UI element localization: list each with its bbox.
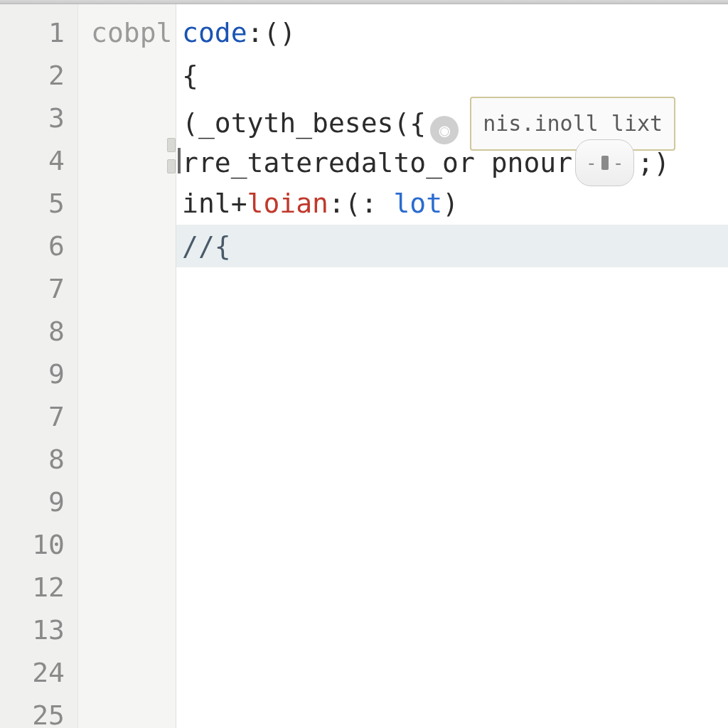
code-line[interactable]: rre_tateredalto_or pnour--;): [182, 139, 728, 182]
line-number: 13: [0, 609, 65, 651]
token-identifier: inl: [182, 188, 231, 219]
token-punct: ;): [637, 147, 670, 178]
line-number: 8: [0, 438, 65, 481]
cursor-marker-icon: [178, 148, 181, 173]
token-keyword: lot: [393, 188, 442, 219]
code-line[interactable]: [182, 353, 728, 395]
code-line[interactable]: [182, 694, 728, 728]
fold-widget-open-icon[interactable]: [167, 138, 176, 152]
token-punct: (): [263, 17, 296, 48]
token-punct: (: [182, 107, 198, 139]
token-error: loian: [247, 188, 328, 219]
line-number: 9: [0, 481, 65, 523]
pill-grip-icon: [601, 156, 609, 170]
line-number: 1: [0, 11, 65, 54]
token-operator: +: [231, 188, 247, 219]
line-label: cobpl: [91, 11, 176, 54]
code-line[interactable]: [182, 523, 728, 566]
param-pill[interactable]: --: [575, 139, 634, 186]
code-line-current[interactable]: //{: [176, 225, 728, 267]
line-number: 25: [0, 694, 65, 728]
token-punct: (: [345, 188, 361, 219]
code-line[interactable]: [182, 395, 728, 438]
code-area[interactable]: code:() { (_otyth_beses({◉nis.inoll lixt…: [176, 4, 728, 728]
code-line[interactable]: [182, 609, 728, 651]
code-line[interactable]: inl+loian:(: lot): [182, 182, 728, 225]
code-line[interactable]: code:(): [182, 11, 728, 54]
code-line[interactable]: [182, 267, 728, 310]
code-line[interactable]: [182, 651, 728, 694]
line-number: 24: [0, 651, 65, 694]
token-keyword: code: [182, 17, 247, 48]
code-line[interactable]: {: [182, 54, 728, 97]
line-number-gutter: 1 2 3 4 5 6 7 8 9 7 8 9 10 12 13 24 25: [0, 4, 78, 728]
code-line[interactable]: [182, 438, 728, 481]
line-number: 5: [0, 182, 65, 225]
line-number: 3: [0, 97, 65, 139]
token-punct: :: [328, 188, 345, 219]
line-number: 7: [0, 395, 65, 438]
code-editor[interactable]: 1 2 3 4 5 6 7 8 9 7 8 9 10 12 13 24 25 c…: [0, 4, 728, 728]
fold-widget-close-icon[interactable]: [167, 159, 176, 173]
token-punct: ): [442, 188, 459, 219]
line-number: 4: [0, 139, 65, 182]
line-number: 7: [0, 267, 65, 310]
code-line[interactable]: [182, 481, 728, 523]
token-brace: {: [182, 60, 198, 91]
token-comment: //{: [182, 230, 231, 262]
code-line[interactable]: [182, 566, 728, 609]
token-identifier: _otyth_beses: [198, 107, 394, 139]
line-number: 10: [0, 523, 65, 566]
token-punct: :: [247, 17, 264, 48]
line-number: 2: [0, 54, 65, 97]
line-number: 6: [0, 225, 65, 267]
token-punct: ({: [393, 107, 426, 139]
line-number: 9: [0, 353, 65, 395]
token-identifier: rre_tateredalto_or pnour: [182, 147, 572, 178]
pill-right: -: [613, 141, 624, 184]
line-number: 12: [0, 566, 65, 609]
code-line[interactable]: (_otyth_beses({◉nis.inoll lixt: [182, 97, 728, 139]
pill-left: -: [586, 141, 597, 184]
token-dots: :: [361, 188, 378, 219]
line-number: 8: [0, 310, 65, 353]
code-line[interactable]: [182, 310, 728, 353]
label-column: cobpl: [78, 4, 176, 728]
